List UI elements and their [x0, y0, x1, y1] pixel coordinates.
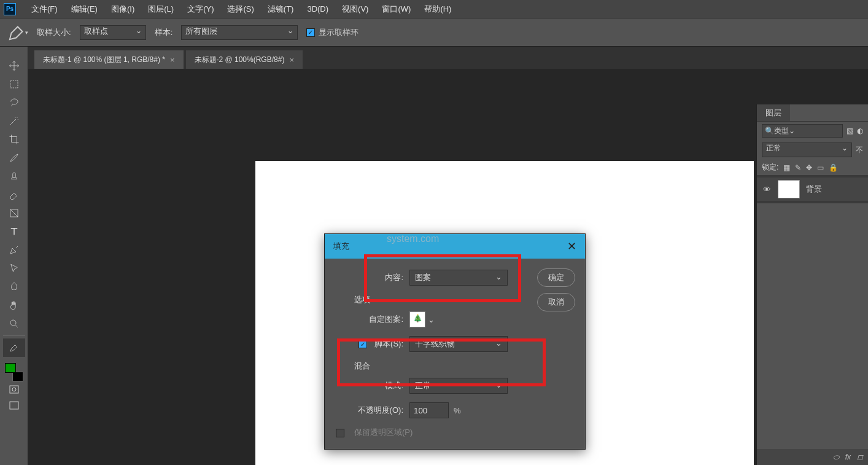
fx-icon[interactable]: fx — [845, 453, 851, 461]
menu-filter[interactable]: 滤镜(T) — [261, 4, 301, 15]
custom-pattern-label: 自定图案: — [336, 314, 409, 325]
lasso-tool[interactable] — [3, 93, 25, 112]
eyedropper-tool[interactable] — [3, 338, 25, 357]
document-tabs: 未标题-1 @ 100% (图层 1, RGB/8#) * × 未标题-2 @ … — [28, 47, 868, 69]
current-tool-icon[interactable]: ▾ — [7, 24, 28, 41]
menu-select[interactable]: 选择(S) — [220, 4, 260, 15]
script-select[interactable]: 十字线织物 — [409, 336, 508, 352]
lock-pixels-icon[interactable]: ▦ — [783, 163, 790, 172]
svg-rect-5 — [10, 402, 18, 409]
panel-tabs: 图层 — [757, 104, 868, 122]
close-icon[interactable]: ✕ — [567, 240, 576, 253]
filter-image-icon[interactable]: ▧ — [847, 127, 853, 135]
gradient-tool[interactable] — [3, 204, 25, 222]
type-tool[interactable] — [3, 222, 25, 241]
marquee-tool[interactable] — [3, 75, 25, 93]
stamp-tool[interactable] — [3, 167, 25, 186]
panel-footer: ⬭ fx ◻ — [757, 449, 868, 465]
toolbox-grip[interactable] — [5, 49, 23, 54]
close-icon[interactable]: × — [170, 55, 175, 64]
menu-image[interactable]: 图像(I) — [104, 4, 141, 15]
cancel-button[interactable]: 取消 — [537, 293, 575, 311]
brush-tool[interactable] — [3, 149, 25, 167]
show-ring-label: 显示取样环 — [319, 27, 358, 38]
background-color[interactable] — [12, 372, 23, 381]
layer-filter[interactable]: 🔍 类型 ⌄ — [762, 124, 843, 138]
foreground-color[interactable] — [5, 363, 16, 373]
menu-bar: Ps 文件(F) 编辑(E) 图像(I) 图层(L) 文字(Y) 选择(S) 滤… — [0, 0, 868, 18]
show-ring-checkbox[interactable]: ✓ — [306, 28, 315, 37]
layer-list: 👁 背景 — [757, 175, 868, 203]
tab-label: 未标题-1 @ 100% (图层 1, RGB/8#) * — [43, 55, 165, 65]
pen-tool[interactable] — [3, 241, 25, 259]
svg-point-2 — [10, 320, 16, 326]
content-label: 内容: — [336, 272, 409, 283]
menu-help[interactable]: 帮助(H) — [417, 4, 458, 15]
menu-view[interactable]: 视图(V) — [335, 4, 375, 15]
eraser-tool[interactable] — [3, 186, 25, 204]
layers-tab[interactable]: 图层 — [757, 104, 790, 121]
mask-icon[interactable]: ◻ — [857, 453, 863, 461]
magic-wand-tool[interactable] — [3, 112, 25, 130]
menu-3d[interactable]: 3D(D) — [300, 4, 335, 14]
lock-label: 锁定: — [762, 162, 778, 173]
mode-select[interactable]: 正常 — [409, 378, 508, 394]
options-bar: ▾ 取样大小: 取样点 样本: 所有图层 ✓ 显示取样环 — [0, 18, 868, 47]
layer-item[interactable]: 👁 背景 — [757, 178, 868, 201]
shape-tool[interactable] — [3, 278, 25, 296]
dialog-titlebar[interactable]: 填充 ✕ — [325, 234, 585, 259]
menu-file[interactable]: 文件(F) — [25, 4, 64, 15]
hand-tool[interactable] — [3, 296, 25, 315]
lock-position-icon[interactable]: ✥ — [806, 163, 812, 172]
lock-brush-icon[interactable]: ✎ — [795, 163, 801, 172]
link-icon[interactable]: ⬭ — [833, 453, 839, 461]
fill-dialog: 填充 ✕ 确定 取消 内容: 图案 选项 自定图案: ⌄ ✓ 脚本(S): 十字… — [324, 233, 586, 450]
svg-point-4 — [12, 388, 16, 391]
sample-size-label: 取样大小: — [37, 27, 71, 38]
layers-panel: 图层 🔍 类型 ⌄ ▧ ◐ 正常 不 锁定: ▦ ✎ ✥ ▭ 🔒 👁 背景 ⬭ … — [756, 104, 868, 465]
content-select[interactable]: 图案 — [409, 270, 508, 286]
blend-mode-select[interactable]: 正常 — [762, 143, 852, 157]
ok-button[interactable]: 确定 — [537, 268, 575, 287]
filter-adjust-icon[interactable]: ◐ — [857, 127, 863, 135]
sample-size-select[interactable]: 取样点 — [80, 25, 146, 40]
screenmode-toggle[interactable] — [3, 397, 25, 413]
visibility-icon[interactable]: 👁 — [762, 185, 772, 194]
sample-label: 样本: — [155, 27, 173, 38]
close-icon[interactable]: × — [289, 55, 294, 64]
svg-rect-0 — [10, 80, 18, 88]
percent-label: % — [454, 406, 461, 415]
crop-tool[interactable] — [3, 130, 25, 149]
layer-thumbnail[interactable] — [778, 180, 800, 198]
preserve-transparency-checkbox[interactable]: ✓ — [336, 429, 344, 437]
document-tab-1[interactable]: 未标题-1 @ 100% (图层 1, RGB/8#) * × — [34, 50, 184, 69]
dialog-title: 填充 — [333, 241, 349, 252]
lock-artboard-icon[interactable]: ▭ — [817, 163, 824, 172]
script-checkbox[interactable]: ✓ — [358, 340, 367, 348]
script-label: 脚本(S): — [374, 338, 403, 350]
preserve-transparency-label: 保留透明区域(P) — [354, 427, 413, 438]
toolbox — [0, 47, 28, 465]
opacity-short-label: 不 — [856, 145, 863, 155]
opacity-input[interactable] — [409, 402, 449, 418]
svg-rect-3 — [10, 386, 18, 393]
zoom-tool[interactable] — [3, 315, 25, 333]
move-tool[interactable] — [3, 57, 25, 75]
color-swatches[interactable] — [5, 363, 23, 381]
layer-name[interactable]: 背景 — [806, 184, 822, 195]
sample-select[interactable]: 所有图层 — [181, 25, 298, 40]
path-select-tool[interactable] — [3, 259, 25, 278]
lock-all-icon[interactable]: 🔒 — [829, 163, 838, 172]
document-tab-2[interactable]: 未标题-2 @ 100%(RGB/8#) × — [186, 50, 303, 69]
mode-label: 模式: — [336, 380, 409, 391]
menu-window[interactable]: 窗口(W) — [375, 4, 417, 15]
quickmask-toggle[interactable] — [3, 381, 25, 397]
chevron-down-icon[interactable]: ⌄ — [428, 315, 435, 324]
menu-edit[interactable]: 编辑(E) — [64, 4, 104, 15]
menu-type[interactable]: 文字(Y) — [180, 4, 220, 15]
menu-layer[interactable]: 图层(L) — [141, 4, 180, 15]
filter-label: 类型 — [774, 126, 789, 136]
tab-label: 未标题-2 @ 100%(RGB/8#) — [195, 55, 285, 65]
pattern-thumbnail[interactable] — [409, 311, 425, 327]
photoshop-icon: Ps — [4, 3, 16, 15]
